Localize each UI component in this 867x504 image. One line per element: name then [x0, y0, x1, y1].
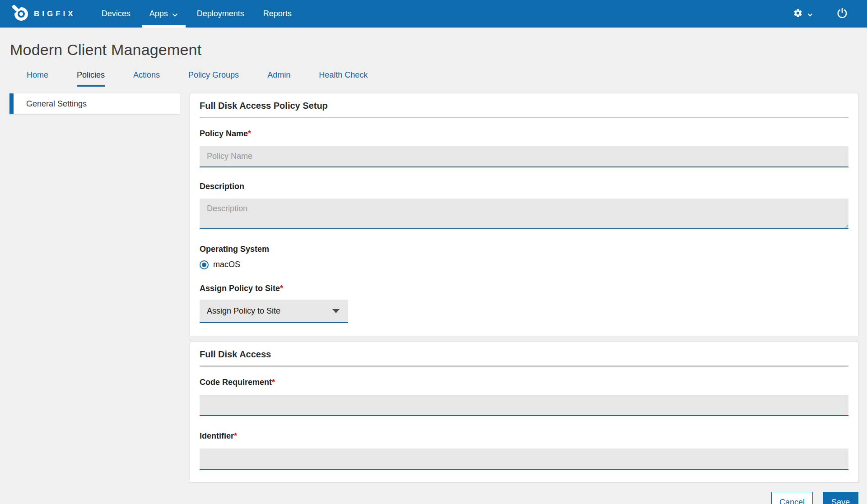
cancel-button[interactable]: Cancel [771, 492, 813, 504]
top-navigation-bar: BIGFIX Devices Apps Deployments Reports [0, 0, 867, 28]
form-column: Full Disk Access Policy Setup Policy Nam… [190, 93, 858, 504]
tab-actions[interactable]: Actions [133, 70, 160, 87]
nav-item-devices[interactable]: Devices [92, 0, 140, 28]
description-textarea[interactable] [200, 199, 848, 229]
chevron-down-icon [807, 10, 813, 18]
required-asterisk: * [280, 284, 283, 293]
power-icon [836, 7, 848, 21]
assign-site-label: Assign Policy to Site* [200, 284, 848, 293]
assign-site-dropdown[interactable]: Assign Policy to Site [200, 300, 348, 323]
nav-item-label: Deployments [197, 9, 244, 18]
nav-item-deployments[interactable]: Deployments [187, 0, 254, 28]
policy-setup-panel: Full Disk Access Policy Setup Policy Nam… [190, 93, 858, 336]
app-tabs: Home Policies Actions Policy Groups Admi… [0, 70, 867, 87]
nav-item-apps[interactable]: Apps [140, 0, 187, 28]
identifier-input[interactable] [200, 449, 848, 470]
dropdown-selected-value: Assign Policy to Site [207, 306, 280, 316]
nav-item-label: Devices [102, 9, 131, 18]
content-area: General Settings Full Disk Access Policy… [0, 87, 867, 504]
nav-item-label: Reports [263, 9, 292, 18]
settings-sidebar: General Settings [9, 93, 180, 115]
save-button[interactable]: Save [823, 492, 858, 504]
chevron-down-icon [172, 10, 178, 19]
policy-name-input[interactable] [200, 146, 848, 167]
bigfix-logo[interactable]: BIGFIX [0, 0, 92, 28]
gear-icon [793, 8, 803, 20]
sidebar-item-general-settings[interactable]: General Settings [9, 93, 180, 115]
form-footer-actions: Cancel Save [190, 492, 858, 504]
identifier-label: Identifier* [200, 431, 848, 441]
bigfix-logo-icon [12, 5, 29, 23]
required-asterisk: * [248, 129, 251, 138]
tab-policies[interactable]: Policies [77, 70, 105, 87]
tab-health-check[interactable]: Health Check [319, 70, 368, 87]
logout-button[interactable] [836, 7, 848, 21]
nav-item-reports[interactable]: Reports [254, 0, 301, 28]
required-asterisk: * [272, 378, 275, 387]
section-title-policy-setup: Full Disk Access Policy Setup [200, 101, 848, 118]
operating-system-options: macOS [200, 260, 848, 269]
section-title-full-disk-access: Full Disk Access [200, 349, 848, 367]
settings-menu-button[interactable] [793, 8, 813, 20]
topbar-right-controls [793, 0, 867, 28]
brand-name: BIGFIX [34, 9, 76, 18]
sidebar-item-label: General Settings [26, 99, 87, 109]
operating-system-label: Operating System [200, 245, 848, 254]
nav-item-label: Apps [149, 9, 168, 18]
primary-nav: Devices Apps Deployments Reports [92, 0, 301, 28]
page-title: Modern Client Management [0, 28, 867, 59]
caret-down-icon [332, 309, 340, 313]
tab-policy-groups[interactable]: Policy Groups [188, 70, 239, 87]
description-label: Description [200, 182, 848, 191]
macos-radio[interactable] [200, 260, 209, 269]
code-requirement-label: Code Requirement* [200, 378, 848, 387]
code-requirement-input[interactable] [200, 395, 848, 416]
macos-radio-label: macOS [213, 260, 240, 269]
required-asterisk: * [234, 431, 237, 440]
policy-name-label: Policy Name* [200, 129, 848, 139]
tab-admin[interactable]: Admin [267, 70, 290, 87]
full-disk-access-panel: Full Disk Access Code Requirement* Ident… [190, 342, 858, 483]
tab-home[interactable]: Home [27, 70, 48, 87]
active-indicator-bar [9, 93, 14, 114]
